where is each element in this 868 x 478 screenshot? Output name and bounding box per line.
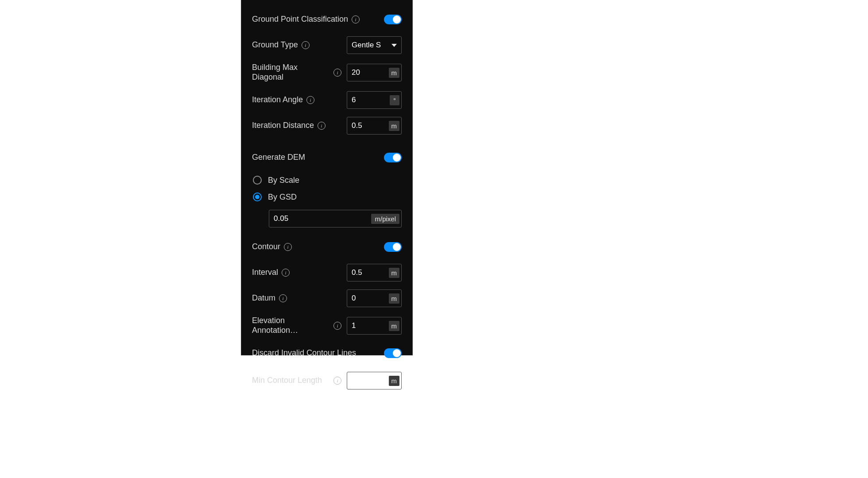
info-icon[interactable] xyxy=(352,15,360,23)
label-wrap: Contour xyxy=(252,242,384,252)
ground-type-label: Ground Type xyxy=(252,40,298,50)
iteration-angle-input[interactable]: 6 ° xyxy=(347,91,402,109)
ground-type-value: Gentle S xyxy=(352,41,381,50)
label-wrap: Elevation Annotation… xyxy=(252,316,347,335)
label-wrap: Interval xyxy=(252,268,347,278)
row-elevation-annotation: Elevation Annotation… 1 m xyxy=(252,314,402,337)
info-icon[interactable] xyxy=(284,243,292,251)
row-gsd-value: 0.05 m/pixel xyxy=(252,210,402,227)
datum-value: 0 xyxy=(347,294,387,303)
row-ground-point-classification: Ground Point Classification xyxy=(252,10,402,29)
label-wrap: Building Max Diagonal xyxy=(252,63,347,82)
row-iteration-distance: Iteration Distance 0.5 m xyxy=(252,116,402,135)
building-max-diagonal-label: Building Max Diagonal xyxy=(252,63,330,82)
iteration-angle-value: 6 xyxy=(347,96,388,104)
info-icon[interactable] xyxy=(306,96,314,104)
label-wrap: Datum xyxy=(252,293,347,303)
label-wrap: Discard Invalid Contour Lines xyxy=(252,348,384,358)
label-wrap: Iteration Distance xyxy=(252,121,347,131)
discard-invalid-contour-label: Discard Invalid Contour Lines xyxy=(252,348,356,358)
generate-dem-toggle[interactable] xyxy=(384,153,402,162)
datum-label: Datum xyxy=(252,293,275,303)
row-contour: Contour xyxy=(252,237,402,257)
label-wrap: Iteration Angle xyxy=(252,95,347,105)
label-wrap: Ground Type xyxy=(252,40,347,50)
ground-point-classification-toggle[interactable] xyxy=(384,15,402,24)
radio-icon xyxy=(253,193,262,201)
unit-badge: m xyxy=(389,268,400,278)
generate-dem-label: Generate DEM xyxy=(252,153,305,162)
discard-invalid-contour-toggle[interactable] xyxy=(384,348,402,358)
radio-by-scale[interactable]: By Scale xyxy=(253,172,402,189)
info-icon[interactable] xyxy=(282,269,290,277)
by-gsd-label: By GSD xyxy=(268,193,297,202)
row-interval: Interval 0.5 m xyxy=(252,263,402,282)
iteration-distance-value: 0.5 xyxy=(347,121,387,130)
contour-label: Contour xyxy=(252,242,280,252)
row-ground-type: Ground Type Gentle S xyxy=(252,35,402,55)
min-contour-length-input[interactable]: 10 m xyxy=(347,372,402,389)
info-icon[interactable] xyxy=(333,377,341,385)
row-datum: Datum 0 m xyxy=(252,289,402,308)
interval-value: 0.5 xyxy=(347,268,387,277)
interval-input[interactable]: 0.5 m xyxy=(347,264,402,281)
row-discard-invalid-contour: Discard Invalid Contour Lines xyxy=(252,343,402,363)
iteration-distance-label: Iteration Distance xyxy=(252,121,314,131)
interval-label: Interval xyxy=(252,268,278,278)
contour-toggle[interactable] xyxy=(384,242,402,252)
radio-dot-icon xyxy=(255,195,260,199)
gsd-input[interactable]: 0.05 m/pixel xyxy=(269,210,402,227)
info-icon[interactable] xyxy=(333,69,341,77)
info-icon[interactable] xyxy=(333,322,341,330)
unit-badge: m xyxy=(389,68,400,78)
info-icon[interactable] xyxy=(318,122,326,130)
radio-icon xyxy=(253,176,262,185)
unit-badge: m/pixel xyxy=(371,214,399,224)
ground-type-select[interactable]: Gentle S xyxy=(347,36,402,54)
chevron-down-icon xyxy=(391,44,397,47)
elevation-annotation-input[interactable]: 1 m xyxy=(347,317,402,335)
elevation-annotation-label: Elevation Annotation… xyxy=(252,316,330,335)
iteration-distance-input[interactable]: 0.5 m xyxy=(347,117,402,135)
row-min-contour-length: Min Contour Length 10 m xyxy=(252,369,402,392)
settings-panel: Ground Point Classification Ground Type … xyxy=(241,0,413,355)
label-wrap: Min Contour Length xyxy=(252,376,347,385)
unit-badge: m xyxy=(389,121,400,131)
row-iteration-angle: Iteration Angle 6 ° xyxy=(252,90,402,110)
unit-badge: m xyxy=(389,293,400,304)
datum-input[interactable]: 0 m xyxy=(347,289,402,307)
row-generate-dem: Generate DEM xyxy=(252,148,402,167)
elevation-annotation-value: 1 xyxy=(347,321,387,330)
ground-point-classification-label: Ground Point Classification xyxy=(252,15,348,24)
row-building-max-diagonal: Building Max Diagonal 20 m xyxy=(252,61,402,84)
label-wrap: Ground Point Classification xyxy=(252,15,384,24)
min-contour-length-label: Min Contour Length xyxy=(252,376,322,385)
unit-badge: m xyxy=(389,376,400,386)
building-max-diagonal-value: 20 xyxy=(347,68,387,77)
info-icon[interactable] xyxy=(279,294,287,302)
unit-badge: m xyxy=(389,321,400,331)
by-scale-label: By Scale xyxy=(268,176,299,185)
gsd-value: 0.05 xyxy=(269,214,369,223)
building-max-diagonal-input[interactable]: 20 m xyxy=(347,64,402,81)
iteration-angle-label: Iteration Angle xyxy=(252,95,303,105)
label-wrap: Generate DEM xyxy=(252,153,384,162)
unit-badge: ° xyxy=(390,95,399,105)
min-contour-length-value: 10 xyxy=(347,376,387,385)
radio-by-gsd[interactable]: By GSD xyxy=(253,189,402,205)
info-icon[interactable] xyxy=(302,41,310,49)
dem-mode-radio-group: By Scale By GSD xyxy=(253,172,402,205)
